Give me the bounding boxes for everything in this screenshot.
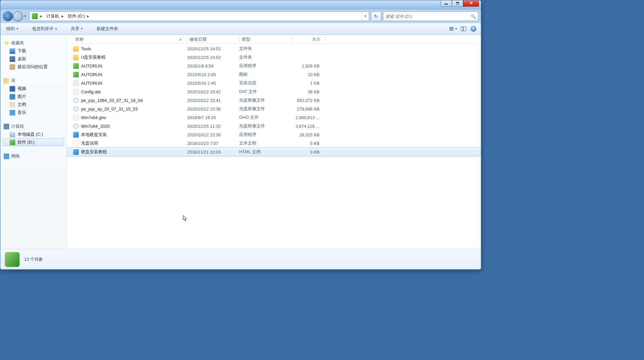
file-type: 光盘映像文件	[239, 97, 291, 103]
search-box[interactable]: 🔍	[383, 12, 478, 21]
column-header-size[interactable]: 大小	[292, 36, 325, 42]
column-label: 名称	[75, 36, 84, 42]
sidebar-label: 软件 (D:)	[18, 139, 34, 145]
file-row[interactable]: AUTORUN2015/5/10 2:45图标10 KB	[66, 70, 481, 79]
file-type: 文件夹	[239, 46, 291, 52]
column-header-date[interactable]: 修改日期	[188, 36, 239, 42]
include-in-library-button[interactable]: 包含到库中 ▼	[29, 24, 60, 33]
file-name: Tools	[81, 46, 91, 51]
drive-icon	[10, 140, 15, 145]
sidebar-head-computer[interactable]: 计算机	[2, 122, 64, 130]
help-icon: ?	[470, 26, 476, 32]
organize-button[interactable]: 组织 ▼	[4, 24, 21, 33]
sidebar-item-desktop[interactable]: 桌面	[2, 55, 64, 63]
sidebar-group-favorites: 收藏夹 下载 桌面 最近访问的位置	[2, 39, 64, 71]
breadcrumb-label: 软件 (D:)	[68, 13, 85, 19]
computer-icon	[4, 124, 9, 129]
documents-icon	[10, 102, 15, 108]
file-date: 2016/10/23 7:07	[187, 141, 239, 146]
file-row[interactable]: 本地硬盘安装2020/10/12 15:30应用程序28,315 KB	[66, 130, 481, 139]
drive-icon	[10, 132, 15, 137]
file-row[interactable]: pe_yqs_1064_20_07_31_16_042020/10/12 15:…	[66, 96, 481, 105]
file-row[interactable]: 硬盘安装教程2016/11/21 22:03HTML 文档3 KB	[66, 148, 481, 156]
videos-icon	[10, 86, 15, 92]
file-type-icon	[73, 46, 79, 52]
file-type-icon	[73, 63, 79, 69]
file-row[interactable]: Tools2020/12/25 14:52文件夹	[66, 44, 481, 53]
minimize-button[interactable]	[441, 0, 452, 7]
address-bar[interactable]: ▶ 计算机 ▶ 软件 (D:) ▶ ▾	[29, 12, 369, 21]
new-folder-button[interactable]: 新建文件夹	[94, 24, 121, 33]
breadcrumb-drive[interactable]: 软件 (D:) ▶	[66, 12, 92, 21]
sidebar-item-documents[interactable]: 文档	[2, 101, 64, 109]
file-row[interactable]: pe_yqs_xp_20_07_31_15_532020/10/12 15:36…	[66, 105, 481, 113]
file-list: 名称 ▲ 修改日期 类型 大小 Tools2020/12/25 14:52文件夹…	[66, 35, 481, 249]
help-button[interactable]: ?	[469, 25, 478, 33]
file-row[interactable]: U盘安装教程2020/12/25 14:52文件夹	[66, 53, 481, 62]
file-name: pe_yqs_1064_20_07_31_16_04	[81, 98, 143, 103]
file-size: 1,926 KB	[291, 64, 324, 68]
sidebar-item-pictures[interactable]: 图片	[2, 93, 64, 101]
file-date: 2015/5/10 2:45	[187, 72, 239, 77]
file-size: 652,072 KB	[291, 98, 324, 103]
file-name: Config.dat	[81, 89, 101, 94]
sidebar-item-music[interactable]: 音乐	[2, 109, 64, 116]
sidebar-item-recent[interactable]: 最近访问的位置	[2, 63, 64, 71]
file-date: 2020/12/25 11:32	[187, 124, 239, 129]
sidebar-item-drive-c[interactable]: 本地磁盘 (C:)	[2, 130, 64, 138]
file-row[interactable]: Config.dat2020/10/12 15:42DAT 文件36 KB	[66, 87, 481, 96]
desktop-icon	[10, 56, 15, 62]
close-icon: ✕	[469, 1, 473, 6]
sidebar-item-drive-d[interactable]: 软件 (D:)	[2, 138, 64, 146]
close-button[interactable]: ✕	[463, 0, 479, 7]
sidebar-head-network[interactable]: 网络	[2, 152, 64, 160]
maximize-button[interactable]	[452, 0, 463, 7]
file-name: 硬盘安装教程	[81, 149, 107, 155]
file-type: 图标	[239, 71, 291, 77]
file-row[interactable]: AUTORUN2016/1/8 4:54应用程序1,926 KB	[66, 62, 481, 70]
file-type: 文本文档	[239, 140, 291, 146]
file-date: 2020/10/12 15:36	[187, 107, 239, 112]
file-date: 2020/10/12 15:42	[187, 89, 239, 94]
breadcrumb-computer[interactable]: 计算机 ▶	[45, 12, 66, 21]
sidebar-label: 音乐	[18, 110, 26, 115]
file-row[interactable]: Win7x64.gho2019/9/7 19:25GHO 文件2,900,813…	[66, 113, 481, 122]
sidebar-item-videos[interactable]: 视频	[2, 85, 64, 93]
search-input[interactable]	[385, 14, 471, 19]
titlebar: ✕	[0, 0, 481, 10]
preview-pane-button[interactable]	[459, 25, 468, 33]
sidebar-label: 网络	[11, 153, 20, 159]
file-row[interactable]: 光盘说明2016/10/23 7:07文本文档5 KB	[66, 139, 481, 148]
breadcrumb-root[interactable]: ▶	[30, 12, 45, 21]
back-button[interactable]: ←	[3, 11, 13, 21]
search-icon: 🔍	[471, 14, 476, 19]
file-name: U盘安装教程	[81, 54, 106, 60]
file-type: GHO 文件	[239, 114, 291, 120]
file-date: 2019/9/7 19:25	[187, 115, 239, 120]
file-type-icon	[73, 72, 79, 77]
nav-history-dropdown[interactable]: ▼	[23, 15, 27, 18]
file-row[interactable]: AUTORUN2015/5/10 2:45安装信息1 KB	[66, 79, 481, 87]
sidebar-item-downloads[interactable]: 下载	[2, 47, 64, 55]
file-rows[interactable]: Tools2020/12/25 14:52文件夹U盘安装教程2020/12/25…	[66, 44, 481, 249]
file-name: pe_yqs_xp_20_07_31_15_53	[81, 107, 138, 112]
file-date: 2016/11/21 22:03	[187, 150, 239, 155]
forward-button[interactable]: →	[13, 11, 23, 21]
file-type-icon	[73, 55, 79, 60]
share-button[interactable]: 共享 ▼	[68, 24, 86, 33]
sidebar-head-libraries[interactable]: 库	[2, 77, 64, 85]
view-mode-button[interactable]: ▼	[449, 25, 458, 33]
address-dropdown[interactable]: ▾	[362, 12, 369, 21]
sidebar-head-favorites[interactable]: 收藏夹	[2, 39, 64, 47]
file-type-icon	[73, 115, 79, 120]
toolbar-label: 包含到库中	[32, 26, 54, 32]
chevron-right-icon: ▶	[86, 15, 91, 18]
column-header-name[interactable]: 名称 ▲	[73, 36, 187, 42]
file-row[interactable]: Win7x64_20202020/12/25 11:32光盘映像文件3,874,…	[66, 122, 481, 130]
sidebar-group-network: 网络	[2, 152, 64, 160]
column-header-type[interactable]: 类型	[240, 36, 292, 42]
column-label: 类型	[242, 37, 250, 42]
refresh-button[interactable]: ↻	[371, 12, 381, 21]
back-arrow-icon: ←	[6, 13, 10, 19]
content: 收藏夹 下载 桌面 最近访问的位置 库	[0, 35, 481, 269]
